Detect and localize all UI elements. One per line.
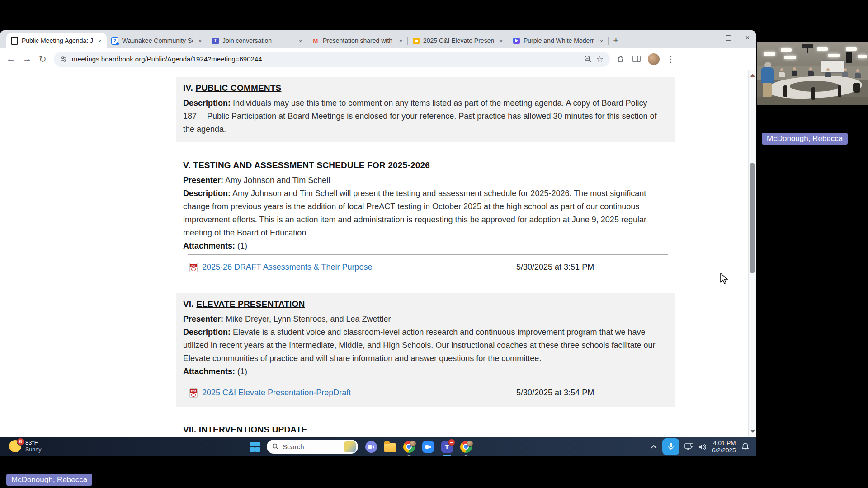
attachments-label: Attachments: (1) bbox=[183, 239, 668, 253]
tab-close-icon[interactable]: × bbox=[96, 37, 103, 45]
mouse-cursor bbox=[720, 273, 730, 285]
speaker-icon[interactable] bbox=[698, 443, 707, 450]
taskbar-zoom-app[interactable] bbox=[422, 441, 434, 453]
folder-icon bbox=[384, 443, 396, 452]
tab-title: Public Meeting Agenda: Jun bbox=[22, 37, 93, 44]
tray-chevron-up-icon[interactable] bbox=[650, 445, 657, 449]
clock-time: 4:01 PM bbox=[712, 440, 736, 447]
url-text[interactable]: meetings.boardbook.org/Public/Agenda/192… bbox=[72, 55, 580, 63]
agenda-content: IV. PUBLIC COMMENTS Description: Individ… bbox=[176, 77, 675, 436]
side-panel-icon[interactable] bbox=[632, 56, 641, 63]
participant bbox=[855, 69, 861, 78]
boardbook-favicon bbox=[11, 37, 18, 44]
chrome-profile-badge bbox=[410, 440, 416, 447]
taskbar-chrome-2[interactable] bbox=[460, 441, 472, 453]
page-viewport: IV. PUBLIC COMMENTS Description: Individ… bbox=[0, 70, 756, 436]
scroll-up-arrow-icon[interactable] bbox=[750, 74, 755, 77]
agenda-section-public-comments: IV. PUBLIC COMMENTS Description: Individ… bbox=[176, 77, 675, 142]
tab-join-conversation[interactable]: T Join conversation × bbox=[207, 33, 307, 48]
tab-close-icon[interactable]: × bbox=[297, 37, 304, 45]
clock-date: 6/2/2025 bbox=[712, 447, 736, 454]
section-title: VI. ELEVATE PRESENTATION bbox=[183, 299, 668, 309]
zoom-camera-icon bbox=[422, 441, 434, 453]
calendar-favicon: 2 bbox=[111, 37, 118, 44]
gmail-favicon: M bbox=[312, 37, 319, 44]
tab-close-icon[interactable]: × bbox=[397, 37, 404, 45]
tab-close-icon[interactable]: × bbox=[598, 37, 605, 45]
back-button[interactable]: ← bbox=[6, 54, 15, 64]
window-controls: × bbox=[706, 33, 750, 43]
section-title: VII. INTERVENTIONS UPDATE bbox=[183, 425, 668, 435]
section-title: IV. PUBLIC COMMENTS bbox=[183, 83, 668, 93]
search-highlight-thumbnail[interactable] bbox=[344, 441, 356, 452]
attachment-row: PDF 2025-26 DRAFT Assessments & Their Pu… bbox=[189, 259, 668, 275]
agenda-section-elevate-presentation: VI. ELEVATE PRESENTATION Presenter: Mike… bbox=[176, 293, 675, 407]
minimize-button[interactable] bbox=[706, 38, 711, 38]
restore-button[interactable] bbox=[726, 35, 731, 41]
taskbar-file-explorer[interactable] bbox=[384, 441, 396, 453]
weather-sun-icon: 6 bbox=[9, 440, 21, 452]
profile-avatar[interactable] bbox=[648, 53, 660, 65]
search-placeholder: Search bbox=[283, 443, 340, 450]
attachment-link[interactable]: 2025-26 DRAFT Assessments & Their Purpos… bbox=[202, 263, 373, 272]
bookmark-star-icon[interactable]: ☆ bbox=[596, 54, 604, 64]
tab-waunakee-community[interactable]: 2 Waunakee Community Sch × bbox=[107, 33, 207, 48]
attachment-link[interactable]: 2025 C&I Elevate Presentation-PrepDraft bbox=[202, 388, 351, 398]
page-scrollbar[interactable] bbox=[748, 70, 756, 436]
tab-presentation-shared[interactable]: M Presentation shared with yo × bbox=[307, 33, 408, 48]
new-tab-button[interactable]: + bbox=[613, 34, 619, 46]
section-presenter: Presenter: Amy Johnson and Tim Schell bbox=[183, 174, 668, 187]
taskbar-search[interactable]: Search bbox=[267, 440, 358, 454]
slides-favicon bbox=[412, 37, 420, 44]
video-favicon bbox=[513, 37, 520, 44]
start-button[interactable] bbox=[250, 442, 260, 452]
chrome-icon bbox=[403, 441, 415, 453]
search-icon bbox=[272, 443, 279, 450]
attachments-label: Attachments: (1) bbox=[183, 365, 668, 378]
tab-close-icon[interactable]: × bbox=[498, 37, 505, 45]
tab-elevate-presentation[interactable]: 2025 C&I Elevate Presentati × bbox=[408, 33, 508, 48]
weather-widget[interactable]: 6 83°F Sunny bbox=[9, 439, 41, 453]
attachments-divider bbox=[188, 380, 668, 380]
weather-temperature: 83°F bbox=[25, 439, 41, 446]
participant-name-tag: McDonough, Rebecca bbox=[762, 133, 848, 145]
taskbar-center: Search T bbox=[250, 437, 472, 456]
participant-name-tag-bottom: McDonough, Rebecca bbox=[6, 474, 92, 486]
forward-button[interactable]: → bbox=[23, 54, 32, 64]
tab-strip: Public Meeting Agenda: Jun × 2 Waunakee … bbox=[0, 30, 756, 48]
site-info-icon[interactable] bbox=[60, 56, 67, 63]
whiteboard bbox=[821, 60, 845, 73]
pdf-icon: PDF bbox=[189, 263, 198, 272]
tab-title: Join conversation bbox=[222, 37, 293, 44]
teams-icon: T bbox=[441, 441, 453, 453]
tab-close-icon[interactable]: × bbox=[197, 37, 203, 45]
section-description: Description: Elevate is a student voice … bbox=[183, 326, 661, 365]
tab-public-meeting-agenda[interactable]: Public Meeting Agenda: Jun × bbox=[6, 33, 107, 48]
taskbar-clock[interactable]: 4:01 PM 6/2/2025 bbox=[712, 440, 736, 454]
microphone-button[interactable] bbox=[662, 438, 679, 455]
tab-purple-white-modern[interactable]: Purple and White Modern × bbox=[508, 33, 609, 48]
taskbar-teams-app[interactable]: T bbox=[441, 441, 453, 453]
scroll-down-arrow-icon[interactable] bbox=[750, 430, 755, 433]
chrome-icon bbox=[460, 441, 472, 453]
close-window-button[interactable]: × bbox=[745, 34, 750, 42]
browser-menu-icon[interactable]: ⋮ bbox=[667, 54, 675, 64]
foreground-participant bbox=[758, 62, 779, 103]
notification-bell-icon[interactable] bbox=[741, 442, 750, 451]
extensions-puzzle-icon[interactable] bbox=[617, 55, 625, 63]
participant bbox=[792, 67, 797, 76]
network-display-icon[interactable] bbox=[684, 443, 693, 450]
scrollbar-thumb[interactable] bbox=[750, 163, 755, 273]
tab-title: 2025 C&I Elevate Presentati bbox=[423, 37, 494, 44]
attachment-timestamp: 5/30/2025 at 3:54 PM bbox=[516, 388, 594, 398]
chrome-profile-badge bbox=[467, 440, 473, 447]
browser-window: Public Meeting Agenda: Jun × 2 Waunakee … bbox=[0, 30, 756, 437]
address-bar[interactable]: meetings.boardbook.org/Public/Agenda/192… bbox=[54, 52, 610, 67]
taskbar-chrome-1[interactable] bbox=[403, 441, 415, 453]
participant bbox=[779, 68, 785, 77]
section-presenter: Presenter: Mike Dreyer, Lynn Stenroos, a… bbox=[183, 313, 668, 326]
reload-button[interactable]: ↻ bbox=[39, 54, 47, 65]
taskbar-chat-app[interactable] bbox=[365, 441, 377, 453]
section-description: Description: Amy Johnson and Tim Schell … bbox=[183, 187, 661, 239]
zoom-level-icon[interactable] bbox=[584, 55, 592, 63]
